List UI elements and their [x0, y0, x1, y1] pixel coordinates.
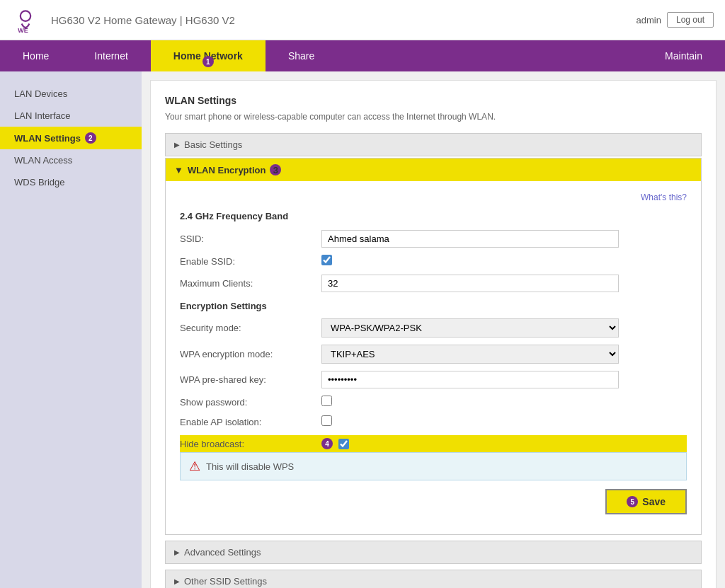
username-display: admin	[636, 15, 661, 25]
main-content: WLAN Settings Your smart phone or wirele…	[150, 80, 717, 588]
security-mode-wrapper: WPA-PSK/WPA2-PSK WPA-PSK WPA2-PSK None	[321, 318, 619, 338]
max-clients-row: Maximum Clients:	[180, 275, 687, 292]
header-divider: |	[180, 14, 185, 26]
main-nav: Home Internet Home Network 1 Share Maint…	[0, 40, 725, 71]
show-password-checkbox[interactable]	[321, 396, 332, 406]
nav-label-home: Home	[23, 50, 49, 62]
sidebar-label-lan-interface: LAN Interface	[14, 110, 71, 121]
nav-label-internet: Internet	[94, 50, 127, 62]
nav-item-internet[interactable]: Internet	[72, 40, 150, 71]
sidebar-label-wlan-settings: WLAN Settings	[14, 133, 81, 144]
freq-band-title: 2.4 GHz Frequency Band	[180, 211, 687, 221]
basic-settings-section[interactable]: ▶ Basic Settings	[165, 133, 702, 156]
sidebar-label-wds-bridge: WDS Bridge	[14, 177, 65, 188]
max-clients-wrapper	[321, 275, 619, 292]
advanced-settings-arrow: ▶	[174, 548, 180, 556]
nav-item-home[interactable]: Home	[0, 40, 72, 71]
gateway-subtitle: HG630 V2	[185, 14, 235, 26]
save-label: Save	[642, 496, 666, 507]
max-clients-label: Maximum Clients:	[180, 278, 321, 289]
ssid-input[interactable]	[321, 230, 619, 248]
logout-button[interactable]: Log out	[667, 12, 714, 28]
preshared-key-input[interactable]	[321, 371, 619, 388]
sidebar-badge-wlan: 2	[85, 132, 96, 144]
sidebar-label-lan-devices: LAN Devices	[14, 88, 67, 99]
ap-isolation-row: Enable AP isolation:	[180, 415, 687, 428]
we-logo: WE	[11, 6, 40, 34]
gateway-title: HG630 V2 Home Gateway	[51, 14, 177, 26]
ssid-label: SSID:	[180, 234, 321, 244]
sidebar-item-lan-devices[interactable]: LAN Devices	[0, 83, 142, 105]
warning-icon: ⚠	[189, 459, 200, 474]
warning-text: This will disable WPS	[206, 461, 294, 472]
sidebar-item-wlan-settings[interactable]: WLAN Settings 2	[0, 127, 142, 149]
enable-ssid-checkbox[interactable]	[321, 255, 332, 265]
sidebar-item-lan-interface[interactable]: LAN Interface	[0, 105, 142, 127]
wlan-encryption-section: ▼ WLAN Encryption 3 What's this? 2.4 GHz…	[165, 158, 702, 535]
header: WE HG630 V2 Home Gateway | HG630 V2 admi…	[0, 0, 725, 40]
sidebar-item-wlan-access[interactable]: WLAN Access	[0, 149, 142, 171]
advanced-settings-label: Advanced Settings	[184, 547, 261, 558]
security-mode-select[interactable]: WPA-PSK/WPA2-PSK WPA-PSK WPA2-PSK None	[321, 318, 619, 338]
sidebar-item-wds-bridge[interactable]: WDS Bridge	[0, 171, 142, 193]
wpa-encryption-wrapper: TKIP+AES TKIP AES	[321, 345, 619, 364]
encryption-badge: 3	[270, 164, 281, 175]
ap-isolation-wrapper	[321, 415, 619, 428]
show-password-wrapper	[321, 396, 619, 408]
advanced-settings-section[interactable]: ▶ Advanced Settings	[165, 541, 702, 564]
sidebar: LAN Devices LAN Interface WLAN Settings …	[0, 71, 142, 588]
page-layout: LAN Devices LAN Interface WLAN Settings …	[0, 71, 725, 588]
save-button[interactable]: 5 Save	[605, 489, 687, 514]
hide-broadcast-row: Hide broadcast: 4	[180, 435, 687, 452]
encryption-header[interactable]: ▼ WLAN Encryption 3	[166, 158, 701, 181]
hide-broadcast-badge: 4	[321, 438, 333, 449]
ap-isolation-label: Enable AP isolation:	[180, 417, 321, 427]
wpa-encryption-select[interactable]: TKIP+AES TKIP AES	[321, 345, 619, 364]
enable-ssid-label: Enable SSID:	[180, 256, 321, 267]
encryption-settings-subtitle: Encryption Settings	[180, 301, 687, 311]
save-row: 5 Save	[180, 489, 687, 514]
show-password-label: Show password:	[180, 397, 321, 408]
what-this-link[interactable]: What's this?	[180, 192, 687, 202]
nav-label-maintain: Maintain	[665, 50, 702, 62]
ssid-input-wrapper	[321, 230, 619, 248]
header-left: WE HG630 V2 Home Gateway | HG630 V2	[11, 6, 235, 34]
svg-text:WE: WE	[18, 27, 28, 33]
sidebar-label-wlan-access: WLAN Access	[14, 155, 72, 166]
nav-item-maintain[interactable]: Maintain	[642, 40, 725, 71]
other-ssid-label: Other SSID Settings	[184, 576, 267, 587]
warning-box: ⚠ This will disable WPS	[180, 452, 687, 480]
nav-item-home-network[interactable]: Home Network 1	[151, 40, 266, 71]
ssid-row: SSID:	[180, 230, 687, 248]
save-badge: 5	[627, 496, 638, 507]
ap-isolation-checkbox[interactable]	[321, 415, 332, 426]
encryption-header-label: WLAN Encryption	[188, 165, 266, 175]
show-password-row: Show password:	[180, 396, 687, 408]
page-description: Your smart phone or wireless-capable com…	[165, 112, 702, 122]
header-right: admin Log out	[636, 12, 714, 28]
enable-ssid-wrapper	[321, 255, 619, 267]
hide-broadcast-label: Hide broadcast:	[180, 439, 321, 449]
hide-broadcast-wrapper: 4	[321, 438, 619, 449]
encryption-body: What's this? 2.4 GHz Frequency Band SSID…	[166, 181, 701, 534]
encryption-arrow: ▼	[174, 165, 183, 175]
nav-label-share: Share	[288, 50, 314, 62]
header-title: HG630 V2 Home Gateway | HG630 V2	[51, 14, 235, 26]
enable-ssid-row: Enable SSID:	[180, 255, 687, 267]
page-title: WLAN Settings	[165, 95, 702, 106]
svg-point-0	[21, 11, 30, 21]
max-clients-input[interactable]	[321, 275, 619, 292]
basic-settings-label: Basic Settings	[184, 139, 242, 150]
wpa-encryption-row: WPA encryption mode: TKIP+AES TKIP AES	[180, 345, 687, 364]
nav-item-share[interactable]: Share	[266, 40, 337, 71]
preshared-key-row: WPA pre-shared key:	[180, 371, 687, 388]
preshared-key-label: WPA pre-shared key:	[180, 374, 321, 385]
wpa-encryption-label: WPA encryption mode:	[180, 349, 321, 359]
other-ssid-section[interactable]: ▶ Other SSID Settings	[165, 570, 702, 588]
hide-broadcast-checkbox[interactable]	[338, 439, 349, 449]
security-mode-row: Security mode: WPA-PSK/WPA2-PSK WPA-PSK …	[180, 318, 687, 338]
preshared-key-wrapper	[321, 371, 619, 388]
security-mode-label: Security mode:	[180, 323, 321, 333]
other-ssid-arrow: ▶	[174, 577, 180, 585]
nav-badge-home-network: 1	[202, 56, 214, 67]
